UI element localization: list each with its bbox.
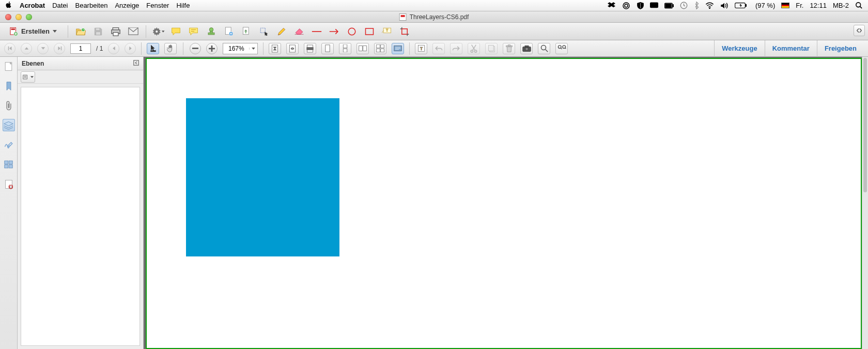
create-label: Erstellen: [21, 27, 50, 35]
comment-bubble-icon[interactable]: [170, 25, 182, 38]
wifi-icon[interactable]: [705, 2, 714, 9]
expand-toolbar-button[interactable]: [854, 25, 865, 36]
thumbnails-panel-button[interactable]: [3, 60, 15, 72]
select-tool-button[interactable]: [147, 43, 159, 54]
order-panel-button[interactable]: [3, 158, 15, 171]
nav-last-button[interactable]: [54, 43, 65, 54]
rect-tool-icon[interactable]: [363, 25, 376, 38]
scrollbar-thumb[interactable]: [863, 58, 867, 192]
bookmarks-panel-button[interactable]: [3, 80, 15, 92]
text-callout-icon[interactable]: T: [381, 25, 393, 38]
share-pane-tab[interactable]: Freigeben: [817, 40, 864, 57]
clock-time[interactable]: 12:11: [810, 2, 827, 9]
window-minimize-button[interactable]: [16, 14, 22, 20]
security-panel-button[interactable]: [3, 178, 15, 190]
apple-icon[interactable]: [5, 1, 12, 10]
two-up-continuous-button[interactable]: [374, 43, 386, 54]
collapse-panel-button[interactable]: [133, 60, 139, 67]
power-icon[interactable]: [735, 2, 749, 9]
select-object-icon[interactable]: [258, 25, 270, 38]
menu-datei[interactable]: Datei: [52, 2, 68, 9]
create-button[interactable]: Erstellen: [4, 25, 61, 38]
advanced-find-icon[interactable]: [555, 43, 568, 54]
history-forward-button[interactable]: [125, 43, 136, 54]
zoom-level-select[interactable]: 167%: [223, 43, 258, 54]
open-icon[interactable]: [74, 25, 87, 38]
timemachine-icon[interactable]: [680, 2, 688, 9]
layers-list[interactable]: [21, 87, 140, 346]
hand-tool-button[interactable]: [164, 43, 177, 54]
arrow-tool-icon[interactable]: [328, 25, 340, 38]
line-tool-icon[interactable]: [311, 25, 323, 38]
app-name-menu[interactable]: Acrobat: [20, 2, 45, 9]
display-icon[interactable]: D: [650, 2, 658, 9]
stamp-icon[interactable]: [205, 25, 218, 38]
print-icon[interactable]: [110, 25, 122, 38]
snapshot-icon[interactable]: [520, 43, 533, 54]
crop-icon[interactable]: [398, 25, 411, 38]
attach-page-icon[interactable]: [223, 25, 235, 38]
svg-point-58: [471, 50, 473, 52]
reading-mode-button[interactable]: [392, 43, 404, 54]
two-up-button[interactable]: [357, 43, 369, 54]
layers-panel-button[interactable]: [3, 119, 15, 131]
fit-visible-button[interactable]: [304, 43, 316, 54]
svg-text:T: T: [420, 47, 423, 51]
document-title: ThreeLayers-CS6.pdf: [410, 13, 469, 21]
clock-day[interactable]: Fr.: [796, 2, 803, 9]
svg-point-1: [625, 4, 628, 7]
vertical-scrollbar[interactable]: [862, 57, 868, 349]
menu-hilfe[interactable]: Hilfe: [176, 2, 190, 9]
nav-down-button[interactable]: [37, 43, 49, 54]
cut-icon[interactable]: [468, 43, 480, 54]
comment-pane-tab[interactable]: Kommentar: [765, 40, 817, 57]
user-name[interactable]: MB-2: [833, 2, 849, 9]
spotlight-icon[interactable]: [855, 2, 863, 9]
bluetooth-icon[interactable]: [694, 2, 699, 9]
highlight-text-icon[interactable]: [188, 25, 200, 38]
gear-icon[interactable]: [152, 25, 165, 38]
copy-icon[interactable]: [485, 43, 498, 54]
cloud-icon[interactable]: [622, 2, 631, 9]
undo-button[interactable]: [432, 43, 445, 54]
signatures-panel-button[interactable]: [3, 139, 15, 151]
nav-first-button[interactable]: [4, 43, 16, 54]
document-viewport[interactable]: [144, 57, 868, 349]
continuous-button[interactable]: [339, 43, 351, 54]
dropbox-icon[interactable]: [608, 2, 615, 9]
history-back-button[interactable]: [108, 43, 119, 54]
eraser-icon[interactable]: [293, 25, 305, 38]
svg-rect-26: [210, 31, 213, 33]
zoom-out-button[interactable]: [190, 43, 201, 54]
tools-pane-tab[interactable]: Werkzeuge: [714, 40, 764, 57]
fit-page-button[interactable]: [269, 43, 281, 54]
attachments-panel-button[interactable]: [3, 99, 15, 112]
layers-options-button[interactable]: [21, 71, 35, 83]
window-zoom-button[interactable]: [26, 14, 32, 20]
find-icon[interactable]: [538, 43, 550, 54]
single-page-button[interactable]: [321, 43, 334, 54]
oval-tool-icon[interactable]: [346, 25, 358, 38]
menu-bearbeiten[interactable]: Bearbeiten: [75, 2, 107, 9]
trash-icon[interactable]: [503, 43, 515, 54]
window-close-button[interactable]: [5, 14, 11, 20]
navigation-rail: [0, 57, 18, 349]
flag-de-icon[interactable]: [781, 3, 789, 8]
svg-point-8: [709, 8, 710, 8]
save-icon[interactable]: [92, 25, 104, 38]
fit-width-button[interactable]: [286, 43, 299, 54]
battery-menu-icon[interactable]: [664, 3, 674, 9]
shield-icon[interactable]: [637, 2, 644, 9]
menu-fenster[interactable]: Fenster: [146, 2, 169, 9]
insert-page-icon[interactable]: [240, 25, 253, 38]
menu-anzeige[interactable]: Anzeige: [115, 2, 139, 9]
pencil-icon[interactable]: [275, 25, 288, 38]
touchup-text-button[interactable]: T: [415, 43, 427, 54]
email-icon[interactable]: [127, 25, 140, 38]
nav-up-button[interactable]: [21, 43, 32, 54]
zoom-in-button[interactable]: [206, 43, 218, 54]
page-number-input[interactable]: 1: [70, 43, 91, 54]
redo-button[interactable]: [450, 43, 462, 54]
volume-icon[interactable]: [720, 2, 729, 9]
battery-percent[interactable]: (97 %): [755, 2, 775, 9]
